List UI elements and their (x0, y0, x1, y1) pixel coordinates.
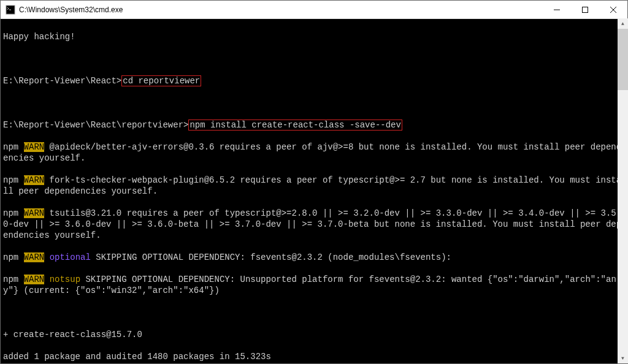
warn-text: fork-ts-checker-webpack-plugin@6.5.2 req… (3, 175, 621, 196)
svg-rect-3 (583, 7, 588, 12)
blank-line (3, 53, 625, 64)
blank-line (3, 307, 625, 318)
warn-line: npm WARN @apideck/better-ajv-errors@0.3.… (3, 142, 625, 164)
prompt-line: E:\Report-Viewer\React>cd reportviewer (3, 75, 625, 86)
warn-badge: WARN (24, 208, 45, 218)
window-controls (543, 1, 627, 18)
warn-line: npm WARN fork-ts-checker-webpack-plugin@… (3, 175, 625, 197)
warn-text: @apideck/better-ajv-errors@0.3.6 require… (3, 142, 621, 163)
warn-line: npm WARN notsup SKIPPING OPTIONAL DEPEND… (3, 274, 625, 296)
scroll-up-button[interactable]: ▲ (618, 18, 628, 29)
warn-badge: WARN (24, 275, 45, 284)
minimize-button[interactable] (543, 1, 571, 18)
titlebar: C:\Windows\System32\cmd.exe (1, 1, 627, 19)
scrollbar-thumb[interactable] (618, 29, 628, 90)
warn-text: tsutils@3.21.0 requires a peer of typesc… (3, 208, 621, 240)
window-title: C:\Windows\System32\cmd.exe (19, 6, 543, 14)
console-output[interactable]: Happy hacking! E:\Report-Viewer\React>cd… (1, 19, 627, 363)
warn-badge: WARN (24, 142, 45, 152)
output-line: added 1 package and audited 1480 package… (3, 351, 625, 362)
warn-badge: WARN (24, 175, 45, 185)
cmd-window: C:\Windows\System32\cmd.exe Happy hackin… (0, 0, 628, 364)
warn-line: npm WARN optional SKIPPING OPTIONAL DEPE… (3, 252, 625, 263)
npm-prefix: npm (3, 275, 24, 284)
optional-label: optional (50, 252, 91, 262)
scroll-down-button[interactable]: ▼ (618, 353, 628, 363)
cmd-icon (6, 5, 15, 15)
vertical-scrollbar[interactable]: ▲ ▼ (618, 18, 628, 363)
warn-text: SKIPPING OPTIONAL DEPENDENCY: fsevents@2… (91, 252, 451, 262)
npm-prefix: npm (3, 208, 24, 218)
blank-line (3, 97, 625, 108)
npm-prefix: npm (3, 252, 24, 262)
warn-text: SKIPPING OPTIONAL DEPENDENCY: Unsupporte… (3, 275, 616, 295)
prompt-path: E:\Report-Viewer\React> (3, 76, 121, 86)
close-button[interactable] (599, 1, 627, 18)
npm-prefix: npm (3, 175, 24, 185)
notsup-label: notsup (50, 275, 80, 284)
highlighted-command: npm install create-react-class -save--de… (188, 119, 402, 131)
prompt-path: E:\Report-Viewer\React\reportviewer> (3, 120, 188, 130)
maximize-button[interactable] (571, 1, 599, 18)
warn-line: npm WARN tsutils@3.21.0 requires a peer … (3, 208, 625, 241)
output-line: + create-react-class@15.7.0 (3, 329, 625, 340)
highlighted-command: cd reportviewer (121, 75, 201, 86)
npm-prefix: npm (3, 142, 24, 152)
output-line: Happy hacking! (3, 31, 625, 42)
warn-badge: WARN (24, 252, 45, 262)
prompt-line: E:\Report-Viewer\React\reportviewer>npm … (3, 119, 625, 131)
